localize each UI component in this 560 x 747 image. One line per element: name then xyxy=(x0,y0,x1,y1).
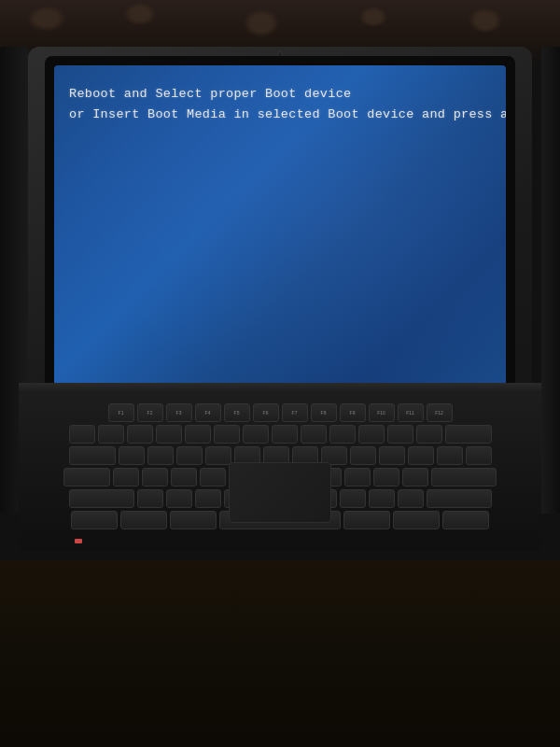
led-indicator xyxy=(75,539,82,543)
key-enter[interactable] xyxy=(431,468,497,486)
key-f7[interactable]: F7 xyxy=(282,403,308,422)
key-x[interactable] xyxy=(166,489,192,508)
key-rbracket[interactable] xyxy=(437,446,463,465)
key-f3[interactable]: F3 xyxy=(166,403,192,422)
key-row-fn: F1 F2 F3 F4 F5 F6 F7 F8 F9 F10 F11 F12 xyxy=(33,403,527,422)
key-f10[interactable]: F10 xyxy=(369,403,395,422)
boot-line-1: Reboot and Select proper Boot device xyxy=(69,84,491,105)
key-f11[interactable]: F11 xyxy=(398,403,424,422)
key-rctrl[interactable] xyxy=(442,511,489,529)
key-r[interactable] xyxy=(205,446,231,465)
key-2[interactable] xyxy=(127,425,153,444)
key-backslash[interactable] xyxy=(466,446,492,465)
key-slash[interactable] xyxy=(398,489,424,508)
key-5[interactable] xyxy=(214,425,240,444)
key-lshift[interactable] xyxy=(69,489,134,508)
key-row-numbers xyxy=(33,425,527,444)
boot-line-2: or Insert Boot Media in selected Boot de… xyxy=(69,105,491,125)
key-fn[interactable] xyxy=(393,511,440,529)
key-equals[interactable] xyxy=(416,425,442,444)
boot-message: Reboot and Select proper Boot device or … xyxy=(69,84,491,124)
key-q[interactable] xyxy=(119,446,145,465)
key-f1[interactable]: F1 xyxy=(108,403,134,422)
laptop-base: F1 F2 F3 F4 F5 F6 F7 F8 F9 F10 F11 F12 xyxy=(19,383,541,551)
key-s[interactable] xyxy=(142,468,168,486)
key-1[interactable] xyxy=(98,425,124,444)
key-caps[interactable] xyxy=(63,468,110,486)
key-0[interactable] xyxy=(358,425,385,444)
touchpad[interactable] xyxy=(229,462,331,523)
key-7[interactable] xyxy=(272,425,298,444)
key-comma[interactable] xyxy=(340,489,366,508)
laptop-screen: Reboot and Select proper Boot device or … xyxy=(54,65,506,392)
key-e[interactable] xyxy=(176,446,203,465)
screen-bezel: Reboot and Select proper Boot device or … xyxy=(45,56,515,402)
key-4[interactable] xyxy=(185,425,211,444)
key-minus[interactable] xyxy=(387,425,413,444)
key-backspace[interactable] xyxy=(445,425,492,444)
key-f2[interactable]: F2 xyxy=(137,403,163,422)
key-d[interactable] xyxy=(171,468,197,486)
key-3[interactable] xyxy=(156,425,182,444)
key-z[interactable] xyxy=(137,489,163,508)
key-o[interactable] xyxy=(350,446,376,465)
floor xyxy=(0,560,560,747)
key-l[interactable] xyxy=(344,468,371,486)
key-lbracket[interactable] xyxy=(408,446,434,465)
key-p[interactable] xyxy=(379,446,405,465)
key-tab[interactable] xyxy=(69,446,116,465)
key-lalt[interactable] xyxy=(170,511,217,529)
key-f4[interactable]: F4 xyxy=(195,403,221,422)
key-9[interactable] xyxy=(329,425,356,444)
key-lctrl[interactable] xyxy=(71,511,118,529)
key-6[interactable] xyxy=(243,425,269,444)
key-w[interactable] xyxy=(147,446,174,465)
key-f6[interactable]: F6 xyxy=(253,403,279,422)
key-f[interactable] xyxy=(200,468,226,486)
side-panel-right xyxy=(541,47,560,514)
key-a[interactable] xyxy=(113,468,139,486)
key-period[interactable] xyxy=(369,489,395,508)
key-ralt[interactable] xyxy=(343,511,390,529)
key-f9[interactable]: F9 xyxy=(340,403,366,422)
photo-container: Reboot and Select proper Boot device or … xyxy=(0,0,560,747)
key-c[interactable] xyxy=(195,489,221,508)
key-f12[interactable]: F12 xyxy=(427,403,453,422)
key-tilde[interactable] xyxy=(69,425,95,444)
key-semicolon[interactable] xyxy=(373,468,399,486)
key-quote[interactable] xyxy=(402,468,428,486)
key-f8[interactable]: F8 xyxy=(311,403,337,422)
key-rshift[interactable] xyxy=(427,489,492,508)
key-8[interactable] xyxy=(301,425,327,444)
hinge xyxy=(19,383,541,394)
key-f5[interactable]: F5 xyxy=(224,403,250,422)
key-win[interactable] xyxy=(120,511,167,529)
